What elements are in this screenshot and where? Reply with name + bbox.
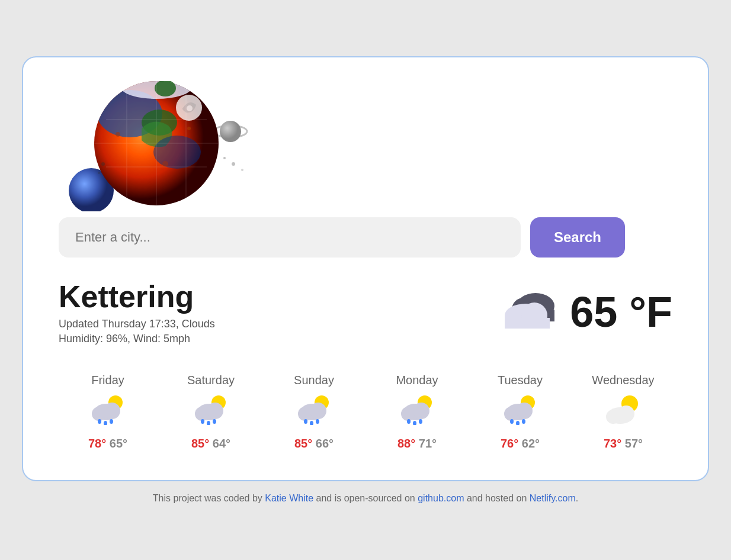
forecast-weather-icon xyxy=(91,394,125,430)
forecast-day: Friday 78° 65° xyxy=(59,374,157,450)
svg-point-52 xyxy=(310,421,313,425)
forecast-temps: 88° 71° xyxy=(397,437,437,450)
svg-rect-32 xyxy=(505,318,550,329)
current-weather-icon xyxy=(495,281,560,343)
svg-point-56 xyxy=(401,407,415,421)
svg-point-42 xyxy=(195,407,209,421)
forecast-weather-icon xyxy=(503,394,537,430)
svg-point-11 xyxy=(162,161,168,167)
svg-point-58 xyxy=(407,419,411,424)
forecast-temps: 85° 64° xyxy=(191,437,230,450)
svg-point-19 xyxy=(241,169,243,171)
forecast-day-name: Wednesday xyxy=(592,374,654,387)
forecast-weather-icon xyxy=(606,394,640,430)
forecast-day-name: Friday xyxy=(91,374,124,387)
footer-github-link[interactable]: github.com xyxy=(418,493,464,503)
footer-text-before: This project was coded by xyxy=(153,493,265,503)
city-name: Kettering xyxy=(59,279,215,314)
main-card: Search Kettering Updated Thursday 17:33,… xyxy=(22,56,709,481)
footer-netlify-link[interactable]: Netlify.com xyxy=(530,493,576,503)
app-wrapper: Search Kettering Updated Thursday 17:33,… xyxy=(0,0,731,560)
globe-illustration xyxy=(59,81,225,199)
search-button[interactable]: Search xyxy=(530,217,625,258)
forecast-temps: 85° 66° xyxy=(294,437,334,450)
svg-point-7 xyxy=(153,136,201,169)
svg-point-66 xyxy=(516,421,520,425)
svg-point-43 xyxy=(207,403,223,419)
forecast-high: 85° xyxy=(191,437,209,450)
svg-point-16 xyxy=(98,172,100,174)
forecast-weather-icon xyxy=(297,394,331,430)
forecast-day-name: Saturday xyxy=(187,374,235,387)
forecast-day: Monday 88° 71° xyxy=(368,374,466,450)
forecast-day: Sunday 85° 66° xyxy=(265,374,363,450)
svg-point-59 xyxy=(413,421,416,425)
svg-point-49 xyxy=(298,407,312,421)
current-weather-right: 65 °F xyxy=(495,281,672,343)
forecast-low: 65° xyxy=(110,437,127,450)
search-row: Search xyxy=(59,217,672,258)
svg-point-45 xyxy=(207,421,210,425)
svg-point-70 xyxy=(606,410,620,424)
forecast-day: Tuesday 76° 62° xyxy=(471,374,569,450)
footer-text-mid: and is open-sourced on xyxy=(313,493,418,503)
svg-point-46 xyxy=(213,419,216,424)
svg-point-51 xyxy=(304,419,307,424)
forecast-low: 62° xyxy=(522,437,540,450)
forecast-high: 73° xyxy=(604,437,621,450)
forecast-temps: 78° 65° xyxy=(88,437,127,450)
forecast-high: 78° xyxy=(88,437,106,450)
svg-point-35 xyxy=(92,407,106,421)
forecast-temps: 73° 57° xyxy=(604,437,643,450)
footer-text-after: and hosted on xyxy=(464,493,529,503)
svg-point-63 xyxy=(504,407,518,421)
svg-point-2 xyxy=(220,121,241,142)
humidity-wind: Humidity: 96%, Wind: 5mph xyxy=(59,333,215,345)
forecast-low: 57° xyxy=(625,437,643,450)
updated-text: Updated Thursday 17:33, Clouds xyxy=(59,318,215,330)
svg-point-64 xyxy=(516,403,533,419)
forecast-high: 85° xyxy=(294,437,312,450)
svg-point-13 xyxy=(187,105,193,111)
svg-point-10 xyxy=(187,127,191,130)
svg-point-67 xyxy=(522,419,525,424)
svg-point-50 xyxy=(310,403,326,419)
forecast-day-name: Monday xyxy=(396,374,438,387)
forecast-row: Friday 78° 65° Saturday xyxy=(59,374,672,450)
current-weather-left: Kettering Updated Thursday 17:33, Clouds… xyxy=(59,279,215,345)
forecast-day-name: Tuesday xyxy=(498,374,543,387)
footer-text-end: . xyxy=(576,493,578,503)
svg-point-9 xyxy=(116,132,120,137)
footer-author-link[interactable]: Katie White xyxy=(265,493,313,503)
forecast-weather-icon xyxy=(400,394,434,430)
forecast-low: 64° xyxy=(213,437,230,450)
svg-point-60 xyxy=(419,419,422,424)
forecast-high: 76° xyxy=(501,437,518,450)
svg-point-39 xyxy=(110,419,113,424)
forecast-high: 88° xyxy=(397,437,415,450)
forecast-temps: 76° 62° xyxy=(501,437,540,450)
svg-point-17 xyxy=(223,157,226,159)
svg-point-38 xyxy=(104,421,107,425)
svg-point-36 xyxy=(104,403,120,419)
forecast-low: 71° xyxy=(419,437,437,450)
forecast-day: Saturday 85° 64° xyxy=(162,374,260,450)
forecast-low: 66° xyxy=(316,437,334,450)
svg-point-71 xyxy=(618,405,634,422)
svg-point-18 xyxy=(232,162,235,166)
city-search-input[interactable] xyxy=(59,217,521,258)
svg-point-57 xyxy=(413,403,429,419)
forecast-weather-icon xyxy=(194,394,228,430)
svg-point-15 xyxy=(101,162,105,166)
forecast-day-name: Sunday xyxy=(294,374,334,387)
forecast-day: Wednesday 73° 57° xyxy=(574,374,672,450)
footer: This project was coded by Katie White an… xyxy=(153,493,578,504)
svg-point-65 xyxy=(510,419,514,424)
svg-point-37 xyxy=(98,419,101,424)
current-weather: Kettering Updated Thursday 17:33, Clouds… xyxy=(59,279,672,345)
svg-point-53 xyxy=(316,419,319,424)
svg-point-44 xyxy=(201,419,204,424)
current-temp: 65 °F xyxy=(570,288,672,336)
